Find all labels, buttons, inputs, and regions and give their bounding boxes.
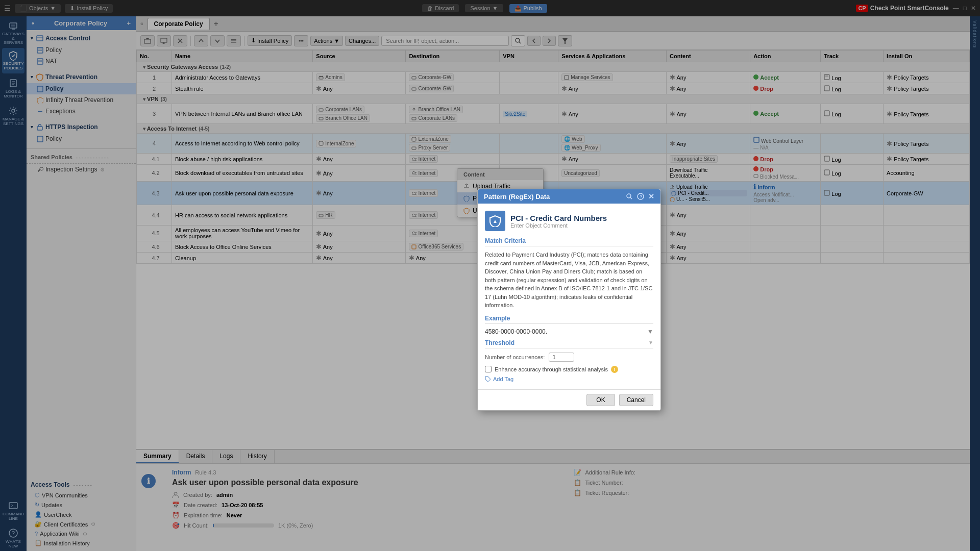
- modal-header-icons: ? ✕: [626, 192, 654, 201]
- modal-title-group: PCI - Credit Card Numbers Enter Object C…: [510, 214, 607, 229]
- modal-threshold-title: Threshold ▼: [485, 339, 653, 348]
- modal-object-name: PCI - Credit Card Numbers: [510, 214, 607, 222]
- modal-big-icon: ▲: [485, 211, 505, 231]
- cancel-label: Cancel: [627, 396, 646, 404]
- svg-line-66: [630, 197, 632, 199]
- svg-text:▲: ▲: [493, 218, 498, 224]
- ok-label: OK: [596, 396, 605, 404]
- enhance-checkbox[interactable]: [485, 366, 492, 372]
- modal-ok-button[interactable]: OK: [586, 394, 615, 406]
- enhance-info-icon: !: [611, 366, 618, 373]
- svg-text:?: ?: [640, 194, 643, 199]
- threshold-input[interactable]: [549, 353, 574, 362]
- modal-icon-title: ▲ PCI - Credit Card Numbers Enter Object…: [485, 211, 653, 231]
- modal-example-value: 4580-0000-0000-0000. ▼: [485, 328, 653, 335]
- enhance-label: Enhance accuracy through statistical ana…: [495, 366, 608, 372]
- modal-enhance-row: Enhance accuracy through statistical ana…: [485, 366, 653, 373]
- modal-body: ▲ PCI - Credit Card Numbers Enter Object…: [478, 204, 660, 389]
- modal-search-icon[interactable]: [626, 193, 633, 200]
- threshold-label: Number of occurrences:: [485, 354, 545, 360]
- modal-header: Pattern (RegEx) Data ? ✕: [478, 189, 660, 204]
- pci-big-icon: ▲: [489, 215, 501, 227]
- modal-close-button[interactable]: ✕: [648, 192, 654, 201]
- add-tag-button[interactable]: Add Tag: [485, 376, 653, 382]
- svg-point-65: [627, 194, 631, 198]
- threshold-collapse-icon[interactable]: ▼: [648, 340, 653, 345]
- modal-title: Pattern (RegEx) Data: [484, 193, 550, 201]
- modal-match-text: Related to Payment Card Industry (PCI); …: [485, 251, 653, 310]
- modal-footer: OK Cancel: [478, 389, 660, 410]
- modal-object-comment: Enter Object Comment: [510, 222, 607, 229]
- modal-help-icon[interactable]: ?: [637, 193, 644, 200]
- tag-icon: [485, 376, 491, 382]
- example-dropdown-icon[interactable]: ▼: [647, 328, 653, 335]
- modal-dialog: Pattern (RegEx) Data ? ✕ ▲ PCI - Credit …: [477, 189, 661, 411]
- modal-cancel-button[interactable]: Cancel: [619, 394, 653, 406]
- modal-threshold-row: Number of occurrences:: [485, 353, 653, 362]
- modal-match-criteria-title: Match Criteria: [485, 237, 653, 246]
- modal-example-title: Example: [485, 315, 653, 324]
- add-tag-label: Add Tag: [493, 376, 513, 382]
